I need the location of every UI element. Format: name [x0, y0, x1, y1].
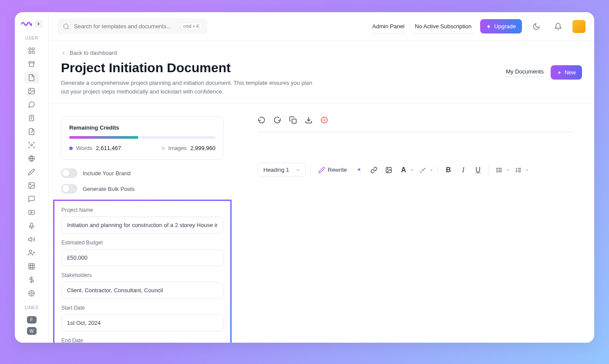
sidebar-item-archive[interactable] [24, 58, 39, 70]
delete-button[interactable] [320, 116, 328, 124]
svg-point-17 [64, 24, 68, 29]
my-documents-link[interactable]: My Documents [506, 68, 544, 77]
theme-toggle[interactable] [529, 19, 544, 34]
subscription-link[interactable]: No Active Subscription [413, 20, 473, 33]
editor-panel: Heading 1 Rewrite A [236, 104, 594, 343]
svg-rect-0 [29, 48, 31, 50]
page-title: Project Initiation Document [61, 60, 313, 75]
link-badge-f[interactable]: F [27, 316, 37, 324]
new-button[interactable]: New [551, 65, 582, 80]
svg-point-16 [30, 292, 32, 294]
toggle-brand[interactable] [61, 168, 77, 178]
budget-label: Estimated Budget [61, 240, 223, 246]
project-name-label: Project Name [61, 207, 223, 213]
search-input[interactable] [74, 23, 176, 30]
rewrite-button[interactable]: Rewrite [315, 164, 350, 176]
project-name-input[interactable] [61, 217, 223, 234]
sidebar-item-audio[interactable] [24, 234, 39, 245]
svg-point-13 [29, 250, 32, 253]
sidebar-section-user: USER [25, 36, 38, 40]
sidebar-item-user-add[interactable] [24, 247, 39, 259]
stakeholders-input[interactable] [61, 282, 223, 299]
search-kbd: cmd + K [180, 23, 202, 30]
svg-rect-4 [29, 62, 34, 63]
italic-button[interactable]: I [457, 164, 469, 176]
credits-bar [69, 136, 215, 139]
sidebar-item-message[interactable] [24, 193, 39, 205]
sidebar-item-mic[interactable] [24, 220, 39, 232]
sidebar-item-globe[interactable] [24, 153, 39, 164]
svg-rect-7 [30, 115, 34, 121]
expand-sidebar-icon[interactable] [35, 20, 43, 28]
plus-icon [557, 70, 562, 75]
sidebar-item-images[interactable] [24, 85, 39, 97]
end-date-label: End Date [61, 337, 223, 343]
svg-rect-3 [32, 51, 34, 53]
credits-title: Remaining Credits [69, 124, 215, 131]
toggle-brand-row: Include Your Brand [61, 168, 224, 178]
svg-point-6 [30, 90, 31, 90]
page-description: Generate a comprehensive project plannin… [61, 79, 313, 96]
chevron-down-icon [296, 168, 300, 172]
link-badge-w[interactable]: W [27, 327, 37, 334]
image-button[interactable] [383, 164, 395, 176]
bullet-list-button[interactable] [493, 164, 510, 176]
admin-panel-link[interactable]: Admin Panel [370, 20, 406, 33]
sidebar-item-support[interactable] [24, 287, 39, 299]
sidebar-item-pen[interactable] [24, 166, 39, 178]
toggle-bulk-row: Generate Bulk Posts [61, 184, 224, 194]
main: cmd + K Admin Panel No Active Subscripti… [49, 12, 594, 343]
svg-point-11 [30, 184, 31, 185]
undo-button[interactable] [258, 116, 266, 124]
topbar: cmd + K Admin Panel No Active Subscripti… [49, 12, 594, 41]
sidebar-item-chat[interactable] [24, 99, 39, 110]
text-color-button[interactable]: A [397, 164, 414, 176]
sidebar-item-dashboard[interactable] [24, 45, 39, 57]
link-button[interactable] [368, 164, 380, 176]
chevron-down-icon [506, 168, 510, 172]
sidebar-item-gallery[interactable] [24, 180, 39, 191]
chevron-down-icon [410, 168, 414, 172]
chevron-down-icon [525, 168, 529, 172]
chevron-down-icon [430, 168, 433, 172]
page-header: Back to dashboard Project Initiation Doc… [49, 41, 594, 104]
sidebar-item-video[interactable] [24, 207, 39, 218]
sidebar-item-grid[interactable] [24, 260, 39, 272]
stakeholders-label: Stakeholders [61, 272, 223, 278]
bolt-icon [486, 24, 491, 29]
chevron-left-icon [61, 50, 66, 56]
svg-point-21 [387, 168, 388, 169]
sidebar-item-scan[interactable] [24, 139, 39, 151]
sidebar-item-clipboard[interactable] [24, 112, 39, 124]
ai-sparkle-button[interactable] [353, 164, 365, 176]
sidebar-item-edit-doc[interactable] [24, 126, 39, 137]
sidebar-item-billing[interactable] [24, 274, 39, 286]
editor-toolbar: Heading 1 Rewrite A [258, 163, 572, 177]
search-box[interactable]: cmd + K [57, 18, 208, 34]
sidebar-item-documents[interactable] [24, 72, 39, 83]
notifications-button[interactable] [551, 19, 565, 34]
toggle-bulk[interactable] [61, 184, 77, 194]
credits-images: Images 2,999,960 [162, 145, 215, 151]
svg-point-26 [497, 170, 497, 170]
heading-select[interactable]: Heading 1 [258, 163, 306, 177]
download-button[interactable] [305, 116, 313, 124]
copy-button[interactable] [289, 116, 297, 124]
back-link[interactable]: Back to dashboard [61, 50, 313, 56]
logo[interactable] [21, 20, 43, 28]
svg-rect-18 [292, 119, 296, 124]
upgrade-button[interactable]: Upgrade [480, 19, 522, 33]
budget-input[interactable] [61, 249, 223, 266]
bold-button[interactable]: B [442, 164, 454, 176]
avatar[interactable] [572, 20, 585, 33]
svg-rect-2 [29, 51, 31, 53]
sidebar-section-links: LINKS [25, 305, 38, 310]
numbered-list-button[interactable] [512, 164, 529, 176]
svg-point-25 [497, 168, 497, 168]
credits-card: Remaining Credits Words 2,611,467 Images… [61, 116, 224, 160]
underline-button[interactable]: U [472, 164, 484, 176]
highlight-button[interactable] [417, 164, 433, 176]
credits-words: Words 2,611,467 [69, 145, 121, 151]
redo-button[interactable] [273, 116, 281, 124]
start-date-input[interactable] [61, 314, 223, 331]
